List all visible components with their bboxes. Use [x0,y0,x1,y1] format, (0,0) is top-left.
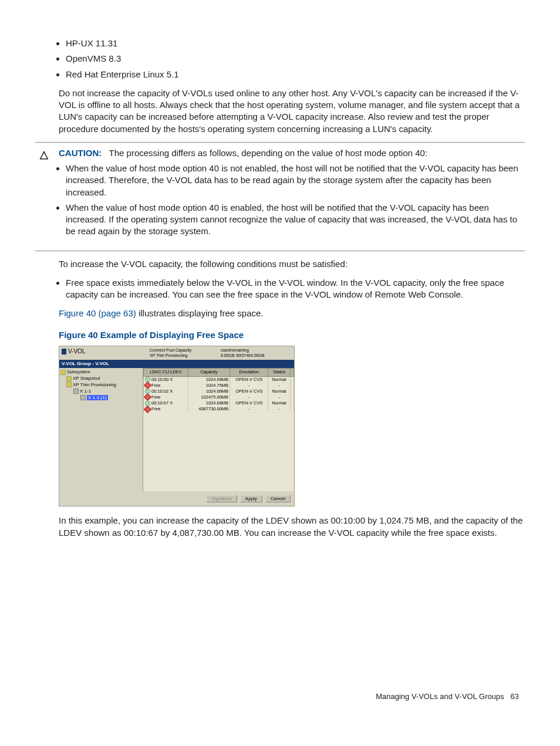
tree-node[interactable]: XP Snapshot [60,376,141,382]
apply-button[interactable]: Apply [240,495,262,502]
metric-label: Connect Pool Capacity [150,347,221,353]
caution-label: CAUTION: [59,148,102,158]
body-paragraph: In this example, you can increase the ca… [59,515,525,539]
col-header[interactable] [290,369,294,376]
metric-label: XP Thin Provisioning [150,353,221,358]
page-footer: Managing V-VOLs and V-VOL Groups 63 [35,691,525,702]
body-paragraph: Do not increase the capacity of V-VOLs u… [59,87,525,135]
folder-icon [66,376,72,382]
caution-lead: CAUTION: The processing differs as follo… [59,147,525,159]
list-item: When the value of host mode option 40 is… [66,163,525,198]
free-icon [144,406,151,413]
group-bar: V-VOL Group - V-VOL [59,360,294,369]
tree-node[interactable]: Subsystem [60,369,141,376]
table-header-row: LDKC:CU:LDEV Capacity Emulation Status [144,369,294,376]
list-item: Red Hat Enterprise Linux 5.1 [66,69,525,80]
condition-list: Free space exists immediately below the … [35,277,525,301]
table-row[interactable]: 00:10:02 X1024.68MBOPEN-V CVSNormal [144,389,294,394]
list-item: OpenVMS 8.3 [66,53,525,65]
caution-icon: △ [40,147,48,161]
metric-label: used/remaining [221,347,292,353]
page-number: 63 [511,692,519,701]
footer-title: Managing V-VOLs and V-VOL Groups [376,692,504,701]
drive-icon [73,389,79,394]
metric-value: 0.00GB /8937404.00GB [221,353,292,358]
drive-icon [80,395,86,400]
tree-node[interactable]: X 1-1 [60,389,141,395]
ldev-grid[interactable]: LDKC:CU:LDEV Capacity Emulation Status 0… [143,368,294,491]
col-header[interactable]: Capacity [188,369,230,376]
body-paragraph: To increase the V-VOL capacity, the foll… [59,258,525,270]
vvol-logo: V-VOL [62,347,150,356]
pool-metrics: Connect Pool Capacity XP Thin Provisioni… [150,347,292,359]
col-header[interactable]: LDKC:CU:LDEV [144,369,188,376]
vvol-title: V-VOL [68,347,85,356]
col-header[interactable]: Status [268,369,290,376]
cancel-button[interactable]: Cancel [265,495,291,502]
tree-node-selected[interactable]: X 1-1-(1) [60,395,141,401]
folder-icon [60,370,66,375]
table-row[interactable]: 00:10:67 X1024.68MBOPEN-V CVSNormal [144,400,294,406]
figure-reference-line: Figure 40 (page 63) illustrates displayi… [59,308,525,319]
figure-title: Figure 40 Example of Displaying Free Spa… [59,329,525,341]
folder-icon [66,382,72,387]
caution-block: △ CAUTION: The processing differs as fol… [35,142,525,251]
table-row[interactable]: Free1024.75MB-- [144,383,294,389]
logo-icon [62,349,66,355]
table-row[interactable]: Free102475.00MB-- [144,394,294,400]
table-row[interactable]: Free4087730.00MB-- [144,406,294,412]
figure-ref-link[interactable]: Figure 40 (page 63) [59,308,136,318]
tree-pane[interactable]: Subsystem XP Snapshot XP Thin Provisioni… [59,368,143,491]
tree-node[interactable]: XP Thin Provisioning [60,382,141,389]
list-item: Free space exists immediately below the … [66,277,525,301]
list-item: When the value of host mode option 40 is… [66,202,525,238]
col-header[interactable]: Emulation [230,369,268,376]
signature-button[interactable]: Signature [206,495,237,502]
vvol-header: V-VOL Connect Pool Capacity XP Thin Prov… [59,346,294,360]
caution-lead-text: The processing differs as follows, depen… [109,148,428,158]
caution-list: When the value of host mode option 40 is… [35,163,525,238]
button-bar: Signature Apply Cancel [59,491,294,506]
figure-ref-rest: illustrates displaying free space. [136,308,264,318]
vvol-window: V-VOL Connect Pool Capacity XP Thin Prov… [59,346,295,507]
table-row[interactable]: 00:10:00 X1024.68MBOPEN-V CVSNormal [144,376,294,383]
list-item: HP-UX 11.31 [66,38,525,49]
os-list: HP-UX 11.31 OpenVMS 8.3 Red Hat Enterpri… [35,38,525,80]
